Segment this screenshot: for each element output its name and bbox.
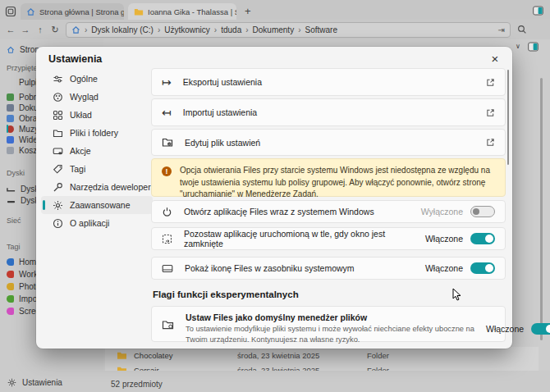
pictures-icon — [7, 115, 14, 122]
sidebar-item-music[interactable]: Muzy — [7, 124, 39, 134]
drive-icon — [7, 197, 16, 205]
settings-label: Ustawienia — [22, 378, 62, 387]
open-external-icon — [486, 138, 495, 147]
tab-software[interactable]: Ioanna Gika - Thalassa | Softw × — [128, 3, 236, 20]
sidebar-item-documents[interactable]: Doku — [7, 103, 38, 113]
sidebar-item-settings[interactable]: Ustawienia — [7, 378, 62, 387]
nav-label: Zaawansowane — [70, 200, 131, 210]
flag-title: Ustaw Files jako domyślny menedżer plikó… — [186, 312, 474, 322]
goto-arrow-icon[interactable]: ⇥ — [498, 25, 505, 34]
toggle-state: Włączone — [486, 324, 524, 334]
tab-home[interactable]: Strona główna | Strona główna × — [21, 3, 124, 20]
sidebar-item-drive-d[interactable]: Dysk — [7, 195, 39, 206]
documents-icon — [7, 104, 14, 112]
toggle-label: Pokaż ikonę Files w zasobniku systemowym — [185, 263, 355, 273]
import-settings-card[interactable]: ↤ Importuj ustawienia — [151, 98, 506, 126]
file-type: Folder — [367, 351, 389, 360]
tag-icon — [7, 258, 14, 266]
toggle-state: Włączone — [425, 263, 463, 273]
refresh-button[interactable]: ↻ — [48, 25, 62, 34]
open-at-startup-row: Otwórz aplikację Files wraz z systemem W… — [151, 200, 506, 223]
new-tab-button[interactable]: + — [245, 6, 251, 16]
gear-icon — [53, 200, 63, 211]
home-icon[interactable] — [71, 25, 80, 34]
details-pane-icon[interactable] — [528, 42, 539, 52]
items-count: 52 przedmioty — [111, 380, 163, 389]
chevron-right-icon: › — [298, 25, 300, 34]
dialog-scrollbar[interactable] — [507, 70, 509, 165]
sidebar-item-desktop[interactable]: Pulpit — [7, 77, 39, 88]
settings-nav-devtools[interactable]: Narzędzia deweloperskie — [41, 178, 153, 196]
background-app-icon — [162, 234, 172, 244]
edit-settings-file-card[interactable]: Edytuj plik ustawień — [151, 129, 506, 156]
toggle-switch[interactable] — [470, 233, 495, 244]
settings-nav-layout[interactable]: Układ — [41, 106, 153, 124]
tab-bar: Strona główna | Strona główna × Ioanna G… — [0, 0, 550, 20]
selection-indicator — [43, 200, 45, 210]
address-bar: ← → ↑ ↻ › Dysk lokalny (C:) › Użytkownic… — [0, 20, 550, 39]
tag-icon — [7, 271, 14, 278]
sort-dropdown-icon[interactable]: ∨ — [516, 43, 520, 50]
sidebar-item-tag-import[interactable]: Impor — [7, 294, 40, 304]
settings-nav-general[interactable]: Ogólne — [41, 70, 153, 88]
settings-nav-tags[interactable]: Tagi — [41, 160, 153, 178]
file-row[interactable]: Chocolatey środa, 23 kwietnia 2025 Folde… — [117, 349, 530, 362]
tab-label: Strona główna | Strona główna — [39, 7, 124, 16]
chevron-right-icon: › — [158, 25, 160, 34]
open-external-icon — [486, 108, 495, 117]
layout-grid-icon — [53, 110, 63, 121]
breadcrumb-segment[interactable]: Dysk lokalny (C:) — [91, 25, 154, 34]
settings-nav-advanced[interactable]: Zaawansowane — [41, 196, 153, 214]
window-layout-icon[interactable] — [5, 6, 16, 17]
home-icon — [7, 46, 15, 54]
chevron-right-icon: › — [245, 25, 248, 34]
sidebar-item-label: Doku — [19, 103, 38, 112]
settings-nav-about[interactable]: O aplikacji — [41, 214, 153, 232]
sidebar-section-tags: Tagi — [7, 243, 21, 251]
gear-icon — [7, 378, 16, 387]
breadcrumb-segment[interactable]: Software — [305, 25, 337, 34]
window-scrollbar[interactable] — [540, 78, 543, 340]
search-icon[interactable] — [517, 25, 527, 34]
breadcrumb-segment[interactable]: Dokumenty — [253, 25, 295, 34]
export-settings-card[interactable]: ↦ Eksportuj ustawienia — [151, 68, 506, 96]
sidebar-item-tag-work[interactable]: Work — [7, 269, 38, 280]
file-name: Chocolatey — [134, 351, 231, 360]
toggle-state: Włączone — [425, 234, 463, 244]
sidebar-item-tag-photo[interactable]: Photo — [7, 281, 40, 292]
sidebar-item-label: Kosz — [19, 146, 37, 155]
recycle-bin-icon — [7, 147, 14, 154]
sidebar-item-tag-screen[interactable]: Scree — [7, 306, 40, 317]
breadcrumb-segment[interactable]: Użytkownicy — [164, 25, 210, 34]
sidebar-item-videos[interactable]: Wide — [7, 134, 38, 145]
downloads-icon — [7, 93, 14, 101]
tag-icon — [7, 283, 14, 290]
toggle-label: Pozostaw aplikację uruchomioną w tle, gd… — [184, 229, 414, 248]
forward-button[interactable]: → — [18, 25, 33, 34]
file-date: środa, 23 kwietnia 2025 — [237, 351, 360, 360]
nav-label: Pliki i foldery — [70, 128, 118, 138]
toggle-switch[interactable] — [470, 206, 495, 217]
settings-nav-appearance[interactable]: Wygląd — [41, 88, 153, 106]
sidebar-item-recyclebin[interactable]: Kosz — [7, 145, 37, 156]
edit-file-icon — [162, 137, 173, 148]
toggle-switch[interactable] — [531, 323, 550, 335]
tab-label: Ioanna Gika - Thalassa | Softw — [148, 7, 236, 16]
keyboard-icon — [53, 146, 63, 157]
settings-nav-actions[interactable]: Akcje — [41, 142, 153, 160]
sidebar-section-drives: Dyski — [7, 169, 25, 177]
open-external-icon — [486, 78, 495, 87]
close-icon[interactable]: × — [488, 51, 502, 66]
breadcrumb[interactable]: › Dysk lokalny (C:) › Użytkownicy › tdud… — [66, 22, 511, 38]
settings-nav-files-folders[interactable]: Pliki i foldery — [41, 124, 153, 142]
back-button[interactable]: ← — [3, 25, 18, 34]
wrench-icon — [53, 182, 63, 193]
default-file-manager-row: Ustaw Files jako domyślny menedżer plikó… — [151, 306, 506, 342]
up-button[interactable]: ↑ — [33, 25, 48, 34]
dialog-title: Ustawienia — [48, 53, 102, 65]
chevron-right-icon: › — [85, 25, 87, 34]
preview-pane-icon[interactable] — [533, 6, 543, 16]
toggle-switch[interactable] — [470, 262, 495, 274]
breadcrumb-segment[interactable]: tduda — [221, 25, 241, 34]
nav-label: Tagi — [70, 164, 85, 174]
